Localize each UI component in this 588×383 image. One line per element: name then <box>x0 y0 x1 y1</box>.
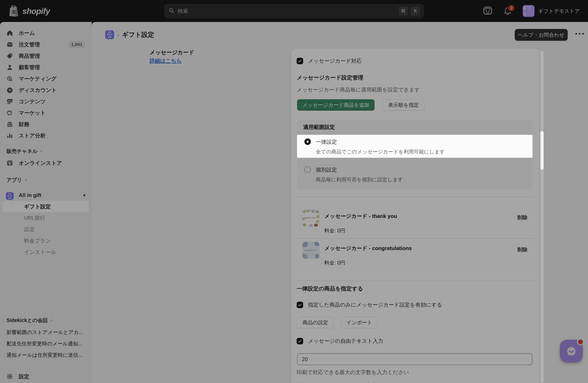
card-actions: メッセージカード商品を追加 表示順を指定 <box>297 99 424 111</box>
sidebar-item-app-settings[interactable]: 設定 <box>3 224 89 235</box>
svg-text:All in: All in <box>7 194 12 197</box>
product-settings-button[interactable]: 商品の設定 <box>297 317 334 328</box>
sidebar-item-gift-settings[interactable]: ギフト設定 <box>3 201 89 212</box>
notifications-button[interactable]: 2 <box>503 6 512 16</box>
shopify-logo-text: shopify <box>22 7 50 16</box>
sidekick-conversation-item[interactable]: 配送先住所変更時のメール通知... <box>3 338 89 349</box>
sidebar-item-analytics[interactable]: ストア分析 <box>3 130 89 141</box>
page-title: ギフト設定 <box>122 31 154 39</box>
search-icon <box>168 7 175 15</box>
message-card-price: 料金: 0円 <box>324 259 345 266</box>
message-card-thumbnail: Congratulations <box>302 242 319 259</box>
uniform-setting-desc: 全ての商品でこのメッセージカードを利用可能にします <box>316 148 445 155</box>
storefront-icon <box>6 160 13 166</box>
message-card-settings-card: メッセージカード対応 メッセージカード設定管理 メッセージカード商品毎に適用範囲… <box>291 48 539 383</box>
bar-chart-icon <box>6 132 13 139</box>
radio-selected-icon[interactable] <box>304 138 311 145</box>
scope-settings-title: 適用範囲設定 <box>303 124 335 131</box>
message-card-support-checkbox[interactable] <box>297 58 303 64</box>
sidebar-item-finance[interactable]: 財務 <box>3 118 89 130</box>
free-text-checkbox[interactable] <box>297 338 303 344</box>
topbar-actions: 2 ギフト ギフトデモストア <box>483 0 580 22</box>
apps-header[interactable]: アプリ › <box>6 175 89 185</box>
message-card-price: 料金: 0円 <box>324 227 345 234</box>
store-name: ギフトデモストア <box>538 8 580 14</box>
shopify-logo[interactable]: S shopify <box>9 5 50 18</box>
breadcrumb-app-icon[interactable]: All ingift <box>105 30 114 39</box>
sidebar-item-online-store[interactable]: オンラインストア <box>3 157 89 169</box>
sidebar-item-settings[interactable]: 設定 <box>3 371 89 382</box>
delete-button[interactable]: 削除 <box>517 214 527 221</box>
add-message-card-product-button[interactable]: メッセージカード商品を追加 <box>297 99 375 111</box>
sidebar-item-marketing[interactable]: マーケティング <box>3 73 89 84</box>
scrollbar-thumb[interactable] <box>540 131 544 170</box>
import-button[interactable]: インポート <box>341 317 378 328</box>
discount-icon: % <box>6 87 13 93</box>
chat-notification-dot <box>577 339 584 345</box>
chat-bubble-icon <box>565 345 578 358</box>
sidebar-item-orders[interactable]: 注文管理 1,841 <box>3 39 89 50</box>
account-menu[interactable]: ギフト ギフトデモストア <box>523 5 580 17</box>
svg-text:$: $ <box>10 113 12 115</box>
max-characters-helper: 印刷で対応できる最大の文字数を入力ください <box>297 369 409 376</box>
sidebar-nav: ホーム 注文管理 1,841 商品管理 顧客管理 マーケティング % ディスカウ… <box>0 22 92 383</box>
specify-products-title: 一律設定の商品を指定する <box>297 285 363 292</box>
sidebar-item-content[interactable]: コンテンツ <box>3 96 89 107</box>
scrollbar-track[interactable] <box>540 51 544 383</box>
details-link[interactable]: 詳細はこちら <box>149 57 182 64</box>
kbd-k: K <box>411 6 420 16</box>
orders-icon <box>6 41 13 48</box>
svg-text:gift: gift <box>8 197 12 199</box>
set-display-order-button[interactable]: 表示順を指定 <box>383 99 424 111</box>
radio-unselected-icon[interactable] <box>304 166 311 173</box>
specify-actions: 商品の設定 インポート <box>297 317 378 328</box>
app-notification-dot <box>84 194 85 196</box>
help-contact-button[interactable]: ヘルプ・お問合わせ <box>515 29 568 41</box>
image-icon <box>6 98 13 105</box>
store-avatar: ギフト <box>523 5 534 17</box>
gear-icon <box>6 373 13 380</box>
sidebar-item-products[interactable]: 商品管理 <box>3 50 89 62</box>
sidebar-item-customers[interactable]: 顧客管理 <box>3 62 89 73</box>
message-card-support-row: メッセージカード対応 <box>297 57 362 64</box>
max-characters-input[interactable] <box>297 353 532 365</box>
svg-text:All in: All in <box>107 33 112 36</box>
more-actions-button[interactable] <box>575 33 584 35</box>
delete-button[interactable]: 削除 <box>517 246 527 253</box>
kbd-command: ⌘ <box>399 6 408 16</box>
checkbox-label: メッセージカード対応 <box>308 57 362 64</box>
sidebar-item-url-publish[interactable]: URL発行 <box>3 212 89 224</box>
sidebar-item-install[interactable]: インストール <box>3 246 89 258</box>
uniform-setting-option[interactable]: 一律設定 全ての商品でこのメッセージカードを利用可能にします <box>297 135 532 158</box>
sidebar-item-home[interactable]: ホーム <box>3 27 89 39</box>
orders-count-badge: 1,841 <box>68 41 85 48</box>
sales-channels-header[interactable]: 販売チャネル › <box>6 146 89 156</box>
chevron-right-icon: › <box>25 177 27 183</box>
sidekick-conversations-header[interactable]: Sidekickとの会話 › <box>6 315 89 325</box>
target-icon <box>6 76 13 82</box>
person-icon <box>6 64 13 71</box>
chevron-right-icon: › <box>40 148 42 154</box>
section-title: メッセージカード設定管理 <box>297 74 363 81</box>
support-chat-launcher[interactable] <box>560 340 583 363</box>
svg-text:gift: gift <box>108 36 111 38</box>
message-card-title: メッセージカード - thank you <box>324 213 397 220</box>
divider <box>297 238 534 239</box>
specify-products-checkbox[interactable] <box>297 302 303 308</box>
svg-text:S: S <box>12 9 16 15</box>
sidekick-icon[interactable] <box>483 6 493 16</box>
sidekick-conversation-item[interactable]: 通知メールは住所変更時に送信... <box>3 349 89 361</box>
free-text-row: メッセージの自由テキスト入力 <box>297 337 383 345</box>
chevron-right-icon: › <box>51 317 52 324</box>
sidebar-item-markets[interactable]: $ マーケット <box>3 107 89 118</box>
svg-text:%: % <box>9 88 11 92</box>
individual-setting-option[interactable]: 個別設定 商品毎に利用可否を個別に設定します <box>297 163 532 183</box>
sidebar-item-pricing-plan[interactable]: 料金プラン <box>3 235 89 246</box>
all-in-gift-app-icon: All ingift <box>6 192 13 198</box>
globe-icon: $ <box>6 110 13 116</box>
sidekick-conversation-item[interactable]: 影響範囲のストアメールとアカ... <box>3 326 89 338</box>
global-search-input[interactable]: 検索 ⌘ K <box>164 4 424 18</box>
bank-icon <box>6 121 13 128</box>
sidebar-item-discounts[interactable]: % ディスカウント <box>3 84 89 96</box>
notification-count-badge: 2 <box>507 4 515 12</box>
